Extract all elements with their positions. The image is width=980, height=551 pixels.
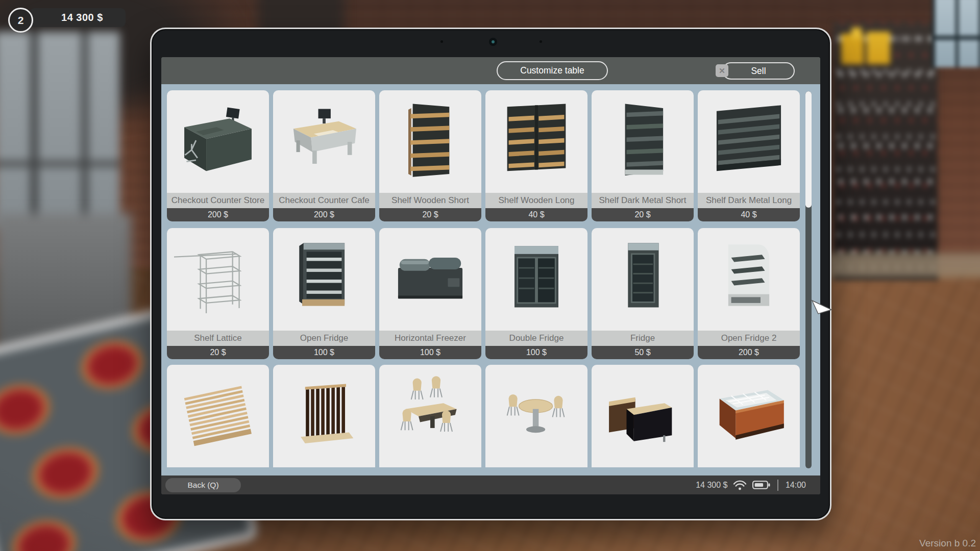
item-card[interactable] bbox=[379, 365, 481, 467]
item-card[interactable] bbox=[592, 365, 694, 467]
item-card[interactable] bbox=[698, 365, 800, 467]
item-name: Double Fridge bbox=[485, 331, 587, 346]
item-name: Checkout Counter Store bbox=[167, 193, 269, 208]
item-price: 100 $ bbox=[379, 346, 481, 359]
item-image bbox=[273, 90, 375, 193]
item-price: 20 $ bbox=[167, 346, 269, 359]
battery-icon bbox=[752, 481, 770, 489]
status-money: 14 300 $ bbox=[696, 481, 727, 490]
item-image bbox=[485, 228, 587, 331]
money-value: 14 300 $ bbox=[61, 12, 103, 23]
scrollbar-track[interactable] bbox=[805, 91, 812, 468]
item-card[interactable]: Open Fridge100 $ bbox=[273, 228, 375, 359]
fridge-icon bbox=[599, 236, 687, 323]
table-chairs-4-icon bbox=[386, 372, 474, 460]
item-name: Horizontal Freezer bbox=[379, 331, 481, 346]
item-image bbox=[698, 228, 800, 331]
item-price: 100 $ bbox=[273, 346, 375, 359]
item-image bbox=[592, 365, 694, 467]
item-image bbox=[167, 90, 269, 193]
horizontal-freezer-icon bbox=[386, 236, 474, 323]
item-price: 200 $ bbox=[273, 208, 375, 221]
mouse-cursor bbox=[811, 298, 834, 321]
item-image bbox=[379, 365, 481, 467]
status-divider bbox=[777, 480, 778, 491]
item-card[interactable]: Shelf Lattice20 $ bbox=[167, 228, 269, 359]
sensor-dot-icon bbox=[440, 40, 443, 43]
player-level-value: 2 bbox=[18, 14, 24, 27]
item-card[interactable]: Checkout Counter Cafe200 $ bbox=[273, 90, 375, 221]
item-card[interactable] bbox=[167, 365, 269, 467]
item-image bbox=[379, 228, 481, 331]
item-card[interactable]: Checkout Counter Store200 $ bbox=[167, 90, 269, 221]
item-name: Open Fridge bbox=[273, 331, 375, 346]
item-price: 200 $ bbox=[698, 346, 800, 359]
item-price: 200 $ bbox=[167, 208, 269, 221]
item-name: Shelf Dark Metal Short bbox=[592, 193, 694, 208]
player-level-badge: 2 bbox=[8, 8, 33, 33]
item-image bbox=[273, 365, 375, 467]
item-card[interactable]: Open Fridge 2200 $ bbox=[698, 228, 800, 359]
item-image bbox=[273, 228, 375, 331]
slat-wall-dark-icon bbox=[280, 372, 368, 460]
item-card[interactable]: Shelf Wooden Long40 $ bbox=[485, 90, 587, 221]
background-window-left bbox=[0, 32, 120, 228]
checkout-cafe-icon bbox=[280, 98, 368, 186]
item-image bbox=[167, 228, 269, 331]
slat-wall-wood-icon bbox=[174, 372, 262, 460]
item-name: Shelf Wooden Long bbox=[485, 193, 587, 208]
item-image bbox=[485, 90, 587, 193]
wifi-icon bbox=[733, 479, 747, 491]
tablet: Customize table ✕ Sell Checkout Counter … bbox=[150, 28, 831, 520]
item-image bbox=[485, 365, 587, 467]
top-bar: Customize table ✕ Sell bbox=[161, 57, 820, 84]
background-wall-base bbox=[826, 253, 980, 278]
item-price: 40 $ bbox=[698, 208, 800, 221]
background-counter-left bbox=[0, 213, 132, 392]
display-case-icon bbox=[705, 372, 793, 460]
back-button[interactable]: Back (Q) bbox=[165, 478, 241, 492]
money-badge: 14 300 $ bbox=[30, 8, 126, 27]
shelf-lattice-icon bbox=[174, 236, 262, 323]
item-card[interactable]: Shelf Wooden Short20 $ bbox=[379, 90, 481, 221]
version-label: Version b 0.2 bbox=[919, 538, 976, 549]
shelf-wood-long-icon bbox=[493, 98, 580, 186]
scrollbar-thumb[interactable] bbox=[805, 91, 812, 208]
item-image bbox=[592, 90, 694, 193]
item-card[interactable]: Fridge50 $ bbox=[592, 228, 694, 359]
item-card[interactable]: Shelf Dark Metal Long40 $ bbox=[698, 90, 800, 221]
item-card[interactable]: Shelf Dark Metal Short20 $ bbox=[592, 90, 694, 221]
item-image bbox=[167, 365, 269, 467]
item-image bbox=[698, 365, 800, 467]
item-image bbox=[698, 90, 800, 193]
item-card[interactable] bbox=[273, 365, 375, 467]
open-fridge-icon bbox=[280, 236, 368, 323]
status-cluster: 14 300 $ 14:00 bbox=[696, 475, 806, 494]
bottom-bar: Back (Q) 14 300 $ 14:00 bbox=[161, 475, 820, 494]
item-name: Open Fridge 2 bbox=[698, 331, 800, 346]
game-screen: 14 300 $ 2 Customize table ✕ Sell Checko… bbox=[0, 0, 980, 551]
item-name: Shelf Lattice bbox=[167, 331, 269, 346]
item-card[interactable] bbox=[485, 365, 587, 467]
background-windows-top-right bbox=[932, 0, 980, 67]
item-name: Fridge bbox=[592, 331, 694, 346]
sell-control: ✕ Sell bbox=[716, 62, 795, 81]
sell-button[interactable]: Sell bbox=[722, 62, 795, 80]
item-price: 20 $ bbox=[379, 208, 481, 221]
shelf-dark-short-icon bbox=[599, 98, 687, 186]
item-card[interactable]: Horizontal Freezer100 $ bbox=[379, 228, 481, 359]
item-card[interactable]: Double Fridge100 $ bbox=[485, 228, 587, 359]
tablet-screen: Customize table ✕ Sell Checkout Counter … bbox=[161, 57, 820, 494]
sell-checkbox[interactable]: ✕ bbox=[716, 64, 728, 77]
shop-panel: Checkout Counter Store200 $Checkout Coun… bbox=[161, 84, 820, 475]
table-round-2-icon bbox=[493, 372, 580, 460]
item-price: 20 $ bbox=[592, 208, 694, 221]
status-clock: 14:00 bbox=[786, 481, 806, 490]
item-price: 40 $ bbox=[485, 208, 587, 221]
customize-table-button[interactable]: Customize table bbox=[497, 61, 608, 80]
item-name: Shelf Wooden Short bbox=[379, 193, 481, 208]
shelf-wood-short-icon bbox=[386, 98, 474, 186]
sensor-dot-icon bbox=[540, 40, 542, 43]
open-fridge-2-icon bbox=[705, 236, 793, 323]
item-image bbox=[592, 228, 694, 331]
